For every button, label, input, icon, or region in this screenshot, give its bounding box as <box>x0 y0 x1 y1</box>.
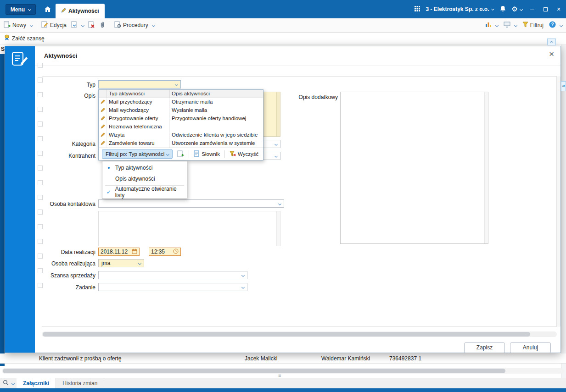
dictionary-button[interactable]: Słownik <box>194 150 220 158</box>
kontrahent-details-box <box>98 211 280 246</box>
chevron-down-icon <box>275 142 278 145</box>
auto-open-option[interactable]: ✓ Automatyczne otwieranie listy <box>102 187 187 198</box>
procedures-label: Procedury <box>123 22 148 28</box>
minimize-button[interactable]: – <box>528 6 536 13</box>
dialog-horizontal-scrollbar[interactable] <box>42 331 557 337</box>
toolbar-separator <box>37 21 37 29</box>
help-button[interactable]: ? <box>549 21 562 29</box>
settings-gear-icon[interactable]: ⚙ <box>512 5 522 13</box>
svg-text:?: ? <box>551 22 554 27</box>
typ-dropdown-panel: Typ aktywności Opis aktywności Mail przy… <box>98 89 263 160</box>
dialog-accent-stripe <box>5 46 35 353</box>
edit-button[interactable]: Edycja <box>41 21 67 29</box>
pencil-icon <box>99 106 107 115</box>
tab-zalaczniki[interactable]: Załączniki <box>17 378 56 388</box>
typ-list-row[interactable]: Mail wychodzącyWysłanie maila <box>99 106 263 115</box>
dropdown-rows: Mail przychodzącyOtrzymanie mailaMail wy… <box>99 98 263 148</box>
osoba-realizujaca-combobox[interactable]: jma <box>98 259 144 267</box>
chevron-down-icon <box>28 8 31 11</box>
notification-bell-icon[interactable] <box>500 6 506 13</box>
pencil-icon <box>99 115 107 123</box>
filter-by-label: Filtruj po: Typ aktywności <box>106 151 164 157</box>
chevron-down-icon <box>495 23 499 27</box>
main-toolbar: Nowy Edycja Procedury <box>0 18 566 33</box>
new-button[interactable]: Nowy <box>4 21 33 29</box>
row-contact-person: Jacek Malicki <box>245 355 277 362</box>
pencil-icon <box>99 98 107 106</box>
filter-button[interactable]: Filtruj <box>522 22 544 29</box>
pencil-icon <box>99 123 107 131</box>
tab-aktywnosci[interactable]: Aktywności <box>56 4 105 18</box>
create-opportunity-label: Załóż szansę <box>12 35 45 42</box>
chevron-down-icon <box>30 23 33 27</box>
szansa-sprzedazy-select[interactable] <box>98 271 247 279</box>
chevron-down-icon <box>241 273 245 276</box>
home-icon[interactable] <box>44 6 51 14</box>
delete-button[interactable] <box>88 21 95 29</box>
osoba-kontaktowa-select[interactable] <box>98 199 284 208</box>
typ-column-header: Typ aktywności <box>107 90 170 98</box>
apps-grid-icon[interactable] <box>415 6 420 13</box>
opis-column-header: Opis aktywności <box>170 90 263 98</box>
save-button[interactable]: Zapisz <box>464 342 505 353</box>
typ-list-row[interactable]: WizytaOdwiedzenie klienta w jego siedzib… <box>99 131 263 139</box>
osoba-realizujaca-label: Osoba realizująca <box>33 260 95 267</box>
dictionary-icon <box>194 150 200 158</box>
filter-menu-option[interactable]: •Typ aktywności <box>102 162 187 173</box>
background-table-row: Klient zadzwonił z prośbą o ofertę Jacek… <box>0 353 566 364</box>
chevron-down-icon <box>241 285 245 288</box>
footer-separator <box>189 150 189 158</box>
cancel-button[interactable]: Anuluj <box>510 342 551 353</box>
czas-realizacji-input[interactable]: 12:35 <box>149 248 181 256</box>
scrollbar-track[interactable] <box>484 92 488 243</box>
preview-search-button[interactable] <box>0 378 17 388</box>
horizontal-scrollbar[interactable] <box>2 368 564 374</box>
create-opportunity-button[interactable]: Załóż szansę <box>4 34 45 42</box>
chevron-down-icon <box>138 261 141 265</box>
bar-chart-icon <box>485 22 492 29</box>
clear-filter-icon <box>230 151 236 158</box>
collapse-panel-button[interactable] <box>547 39 556 45</box>
scrollbar-thumb[interactable] <box>3 369 505 373</box>
filter-menu-option[interactable]: Opis aktywności <box>102 173 187 184</box>
typ-combobox[interactable] <box>98 80 181 88</box>
tab-historia-zmian[interactable]: Historia zmian <box>56 378 104 388</box>
scrollbar-track[interactable] <box>276 211 280 246</box>
maximize-button[interactable] <box>542 6 549 13</box>
calendar-icon[interactable] <box>132 248 137 255</box>
clock-icon[interactable] <box>173 248 179 255</box>
clear-filter-label: Wyczyść <box>238 151 258 157</box>
procedures-button[interactable]: Procedury <box>114 21 155 29</box>
option-label: Typ aktywności <box>115 165 152 171</box>
opis-dodatkowy-label: Opis dodatkowy <box>275 94 338 100</box>
company-selector[interactable]: 3 - Elektrostyk Sp. z o.o. <box>426 6 494 12</box>
opis-dodatkowy-textarea[interactable] <box>340 92 488 244</box>
chevron-down-icon <box>520 8 523 11</box>
typ-list-row[interactable]: Zamówienie towaruUtworzenie zamówienia w… <box>99 139 263 148</box>
view-button[interactable] <box>504 22 517 29</box>
scrollbar-thumb[interactable] <box>43 332 530 337</box>
chevron-down-icon <box>175 83 178 86</box>
chart-button[interactable] <box>485 22 498 29</box>
menu-label: Menu <box>11 6 25 13</box>
toolbar-right-cluster: Filtruj ? <box>485 21 562 29</box>
close-button[interactable]: × <box>555 6 562 13</box>
typ-list-row[interactable]: Rozmowa telefoniczna <box>99 123 263 131</box>
typ-list-row[interactable]: Przygotowanie ofertyPrzygotowanie oferty… <box>99 115 263 123</box>
clear-filter-button[interactable]: Wyczyść <box>230 151 258 158</box>
expand-side-panel-button[interactable]: « <box>561 81 566 91</box>
filter-by-button[interactable]: Filtruj po: Typ aktywności <box>102 149 173 159</box>
menu-button[interactable]: Menu <box>6 4 36 15</box>
data-realizacji-input[interactable]: 2018.11.12 <box>98 248 140 256</box>
row-typ: Mail wychodzący <box>107 106 170 115</box>
typ-list-row[interactable]: Mail przychodzącyOtrzymanie maila <box>99 98 263 106</box>
open-document-button[interactable] <box>71 21 84 29</box>
zadanie-select[interactable] <box>98 283 247 291</box>
opportunity-icon <box>4 34 10 42</box>
help-icon: ? <box>549 21 556 29</box>
attachment-button[interactable] <box>99 21 106 29</box>
form-vertical-scrollbar[interactable] <box>557 77 560 326</box>
scrollbar-track[interactable] <box>276 92 280 136</box>
add-entry-icon[interactable] <box>177 150 184 158</box>
dialog-close-button[interactable]: × <box>549 49 554 59</box>
